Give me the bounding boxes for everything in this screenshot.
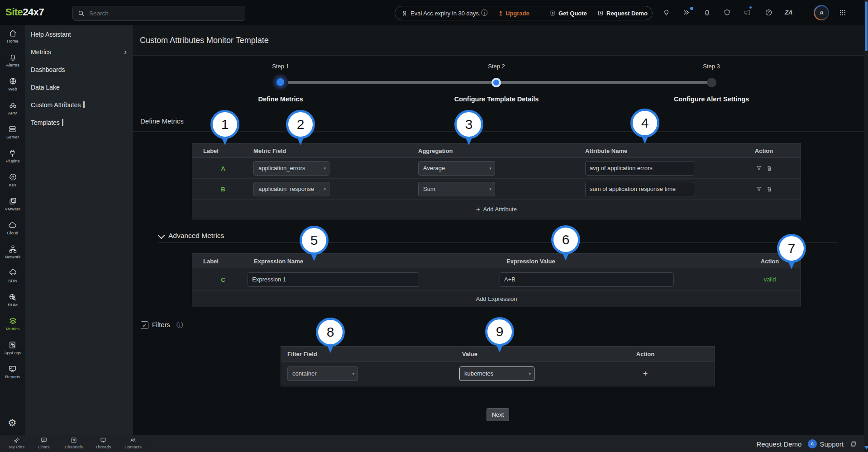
footer-support[interactable]: Support — [808, 439, 844, 448]
cursor-mark — [83, 101, 85, 108]
chevron-down-icon: ▾ — [529, 367, 531, 381]
next-button[interactable]: Next — [486, 408, 509, 421]
metrics-row-b: B application_response_▾ Sum▾ — [192, 179, 801, 200]
add-expression-button[interactable]: Add Expression — [192, 291, 801, 307]
wizard-step-2-title: Configure Template Details — [429, 95, 564, 103]
sidebar-item-metrics[interactable]: Metrics › — [25, 43, 133, 61]
attribute-name-input[interactable] — [585, 182, 694, 196]
top-bar: Site24x7 Eval Acc.expiry in 30 days. ⓘ ↥… — [0, 0, 868, 25]
filter-field-dropdown[interactable]: container▾ — [287, 366, 358, 381]
info-icon[interactable]: ⓘ — [481, 9, 487, 17]
cursor-mark — [62, 119, 63, 126]
scrollbar-down-arrow[interactable] — [864, 446, 868, 449]
upgrade-button[interactable]: Upgrade — [506, 10, 529, 17]
shield-icon[interactable] — [723, 9, 731, 16]
advanced-metrics-title[interactable]: Advanced Metrics — [168, 232, 224, 240]
wizard-step-2-dot[interactable] — [491, 78, 501, 87]
rail-item-sdn[interactable]: SDN — [8, 269, 17, 283]
rail-item-plugins[interactable]: Plugins — [5, 149, 19, 163]
rail-item-vmware[interactable]: VMware — [5, 197, 21, 211]
callout-1: 1 — [210, 110, 239, 152]
rail-item-home[interactable]: Home — [7, 29, 18, 43]
settings-gear-icon[interactable]: ⚙ — [8, 417, 17, 429]
footer-item-contacts[interactable]: Contacts — [119, 437, 148, 449]
double-chevron-icon[interactable] — [682, 9, 690, 16]
rail-item-rum[interactable]: RUM — [8, 293, 18, 307]
scrollbar-thumb[interactable] — [865, 1, 868, 51]
metrics-layers-icon — [9, 317, 17, 325]
vmware-icon — [9, 197, 17, 205]
metric-field-dropdown[interactable]: application_response_▾ — [253, 182, 329, 196]
rail-item-metrics[interactable]: Metrics — [6, 317, 20, 331]
global-search[interactable] — [72, 6, 245, 21]
support-icon — [808, 439, 817, 448]
avatar[interactable] — [814, 5, 829, 20]
search-input[interactable] — [88, 10, 235, 17]
rail-item-server[interactable]: Server — [6, 125, 19, 139]
callout-4: 4 — [630, 109, 659, 151]
trash-icon[interactable] — [766, 186, 773, 192]
sidebar-item-data-lake[interactable]: Data Lake — [25, 78, 133, 96]
stack-icon[interactable] — [850, 440, 857, 447]
za-icon[interactable]: ZA — [785, 9, 792, 16]
user-icon — [815, 6, 828, 19]
sidebar-item-dashboards[interactable]: Dashboards — [25, 61, 133, 78]
chevron-down-icon: ▾ — [324, 162, 326, 175]
lightbulb-icon[interactable] — [663, 9, 670, 16]
rail-item-reports[interactable]: Reports — [5, 365, 20, 379]
section-divider — [141, 335, 749, 335]
rail-item-web[interactable]: Web — [8, 77, 17, 91]
info-icon[interactable]: ⓘ — [176, 321, 183, 329]
add-filter-plus-icon[interactable]: + — [643, 369, 648, 379]
footer-request-demo[interactable]: Request Demo — [756, 440, 801, 448]
footer-item-channels[interactable]: Channels — [59, 437, 88, 449]
callout-5: 5 — [300, 226, 329, 268]
bell-icon[interactable] — [703, 9, 711, 16]
rail-item-applogs[interactable]: AppLogs — [4, 341, 21, 355]
sidebar-item-help-assistant[interactable]: Help Assistant — [25, 25, 133, 43]
metric-field-dropdown[interactable]: application_errors▾ — [253, 161, 329, 176]
check-icon: ✓ — [142, 322, 147, 328]
wizard-step-3-dot[interactable] — [707, 78, 716, 87]
rail-item-alarms[interactable]: Alarms — [6, 53, 19, 67]
chevron-down-icon: ▾ — [324, 182, 326, 196]
sidebar-item-custom-attributes[interactable]: Custom Attributes — [25, 96, 133, 114]
trash-icon[interactable] — [766, 165, 773, 171]
filter-icon[interactable] — [756, 165, 762, 171]
rail-item-k8s[interactable]: K8s — [9, 173, 17, 187]
footer-item-chats[interactable]: Chats — [29, 437, 58, 449]
aggregation-dropdown[interactable]: Sum▾ — [418, 182, 495, 196]
filter-icon[interactable] — [756, 186, 762, 192]
attribute-name-input[interactable] — [585, 161, 694, 176]
contacts-icon — [129, 437, 137, 444]
request-demo-button[interactable]: Request Demo — [606, 10, 648, 17]
filters-title: Filters — [152, 321, 170, 328]
aggregation-dropdown[interactable]: Average▾ — [418, 161, 495, 176]
apps-grid-icon[interactable] — [839, 9, 846, 16]
rail-item-apm[interactable]: APM — [8, 101, 18, 115]
expression-value-input[interactable] — [500, 272, 674, 287]
demo-icon — [597, 10, 604, 16]
footer-item-my-pins[interactable]: My Pins — [2, 437, 31, 449]
footer-item-threads[interactable]: Threads — [89, 437, 118, 449]
add-attribute-button[interactable]: + Add Attribute — [192, 200, 801, 219]
sidebar-item-templates[interactable]: Templates — [25, 114, 133, 131]
help-icon[interactable] — [765, 9, 773, 16]
chevron-down-icon: ▾ — [352, 367, 354, 381]
filters-checkbox[interactable]: ✓ — [141, 321, 148, 329]
megaphone-icon[interactable] — [743, 9, 751, 16]
site24x7-logo[interactable]: Site24x7 — [5, 6, 44, 18]
rail-item-network[interactable]: Network — [5, 245, 21, 259]
rail-item-cloud[interactable]: Cloud — [7, 221, 19, 235]
kubernetes-icon — [9, 173, 17, 181]
scrollbar-track[interactable] — [864, 0, 868, 452]
wizard-step-1-dot[interactable] — [277, 78, 284, 86]
applogs-icon — [8, 341, 17, 349]
filter-value-dropdown[interactable]: kubernetes▾ — [459, 366, 534, 381]
expression-name-input[interactable] — [248, 272, 419, 287]
get-quote-button[interactable]: Get Quote — [558, 10, 587, 17]
app-window: Site24x7 Eval Acc.expiry in 30 days. ⓘ ↥… — [0, 0, 868, 452]
chevron-down-icon[interactable] — [158, 232, 165, 239]
advanced-table-header: Label Expression Name Expression Value A… — [192, 254, 801, 268]
row-label: C — [218, 276, 229, 283]
